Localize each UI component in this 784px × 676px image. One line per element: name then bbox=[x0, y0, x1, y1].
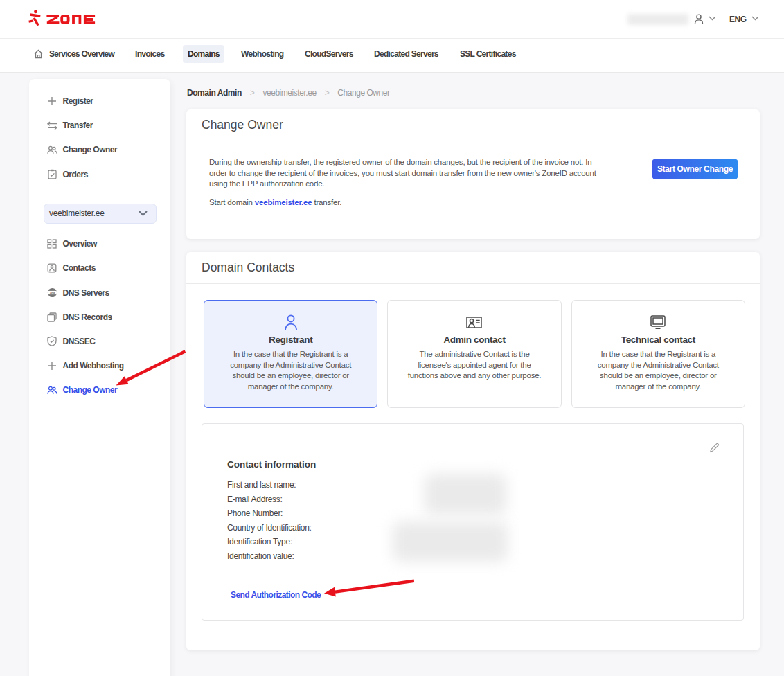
svg-text:DNS: DNS bbox=[50, 292, 55, 294]
